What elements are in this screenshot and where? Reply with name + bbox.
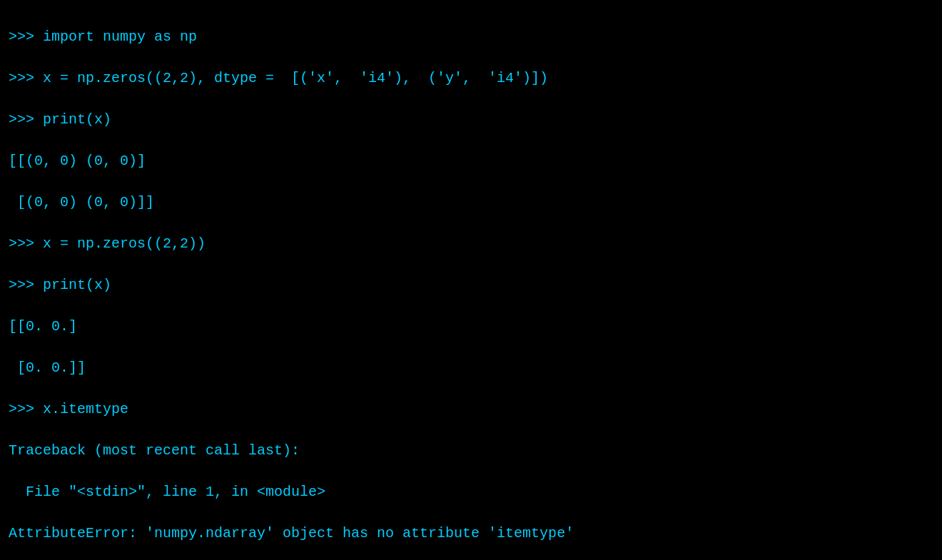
terminal-line: >>> x = np.zeros((2,2), dtype = [('x', '… xyxy=(9,68,933,88)
terminal-line: Traceback (most recent call last): xyxy=(9,440,933,461)
terminal-line: [(0, 0) (0, 0)]] xyxy=(9,192,933,213)
terminal-line: >>> x.itemtype xyxy=(9,399,933,419)
terminal-line: AttributeError: 'numpy.ndarray' object h… xyxy=(9,523,933,544)
terminal-line: >>> x = np.zeros((2,2)) xyxy=(9,233,933,254)
terminal-line: [[(0, 0) (0, 0)] xyxy=(9,151,933,171)
terminal-window[interactable]: >>> import numpy as np >>> x = np.zeros(… xyxy=(0,0,942,560)
terminal-line: >>> print(x) xyxy=(9,275,933,295)
terminal-line: >>> import numpy as np xyxy=(9,26,933,47)
terminal-line: [0. 0.]] xyxy=(9,357,933,378)
terminal-line: >>> print(x) xyxy=(9,109,933,130)
terminal-line: [[0. 0.] xyxy=(9,316,933,337)
terminal-line: File "<stdin>", line 1, in <module> xyxy=(9,482,933,502)
